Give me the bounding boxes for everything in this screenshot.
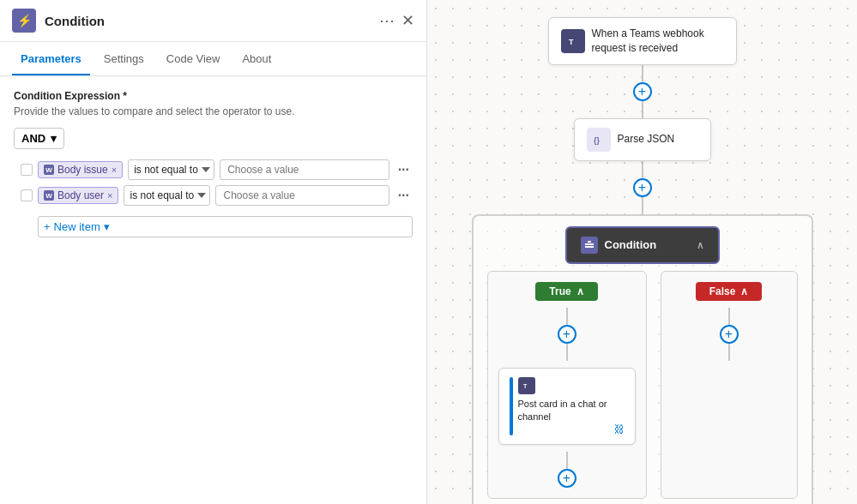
- false-connector-line-b: [728, 344, 730, 361]
- new-item-label: New item: [54, 220, 100, 233]
- flow-canvas: T When a Teams webhook request is receiv…: [427, 0, 857, 504]
- more-btn-1[interactable]: ···: [395, 160, 413, 179]
- chip-icon-1: W: [44, 165, 54, 175]
- true-branch-bottom-connector: +: [558, 452, 576, 488]
- tab-code-view[interactable]: Code View: [158, 42, 229, 75]
- false-branch-connector: +: [720, 308, 739, 361]
- post-card-node[interactable]: T Post card in a chat or channel ⛓: [498, 368, 636, 446]
- true-branch-connector: +: [558, 308, 576, 361]
- condition-row-1: W Body issue × is not equal to ···: [21, 159, 413, 180]
- and-chevron-icon: ▾: [51, 132, 57, 145]
- header-actions: ⋯ ✕: [379, 13, 414, 28]
- true-branch: True ∧ +: [487, 271, 647, 500]
- value-input-2[interactable]: [215, 185, 389, 206]
- svg-text:T: T: [569, 38, 574, 46]
- new-item-chevron-icon: ▾: [104, 220, 110, 233]
- action-node-text: Post card in a chat or channel: [518, 398, 625, 424]
- svg-rect-5: [588, 241, 591, 243]
- tag-chip-1: W Body issue ×: [38, 161, 123, 178]
- parse-json-text: Parse JSON: [618, 132, 675, 147]
- tag-chip-2: W Body user ×: [38, 187, 118, 204]
- add-step-2-button[interactable]: +: [633, 178, 652, 197]
- svg-rect-4: [585, 246, 594, 248]
- panel-header: ⚡ Condition ⋯ ✕: [0, 0, 426, 42]
- svg-rect-3: [585, 243, 594, 245]
- condition-node-text: Condition: [605, 238, 657, 251]
- left-panel: ⚡ Condition ⋯ ✕ Parameters Settings Code…: [0, 0, 427, 504]
- and-label: AND: [21, 132, 45, 145]
- teams-webhook-node[interactable]: T When a Teams webhook request is receiv…: [548, 17, 737, 65]
- connector-line-2: [642, 161, 643, 178]
- and-selector[interactable]: AND ▾: [14, 128, 64, 149]
- connector-line-1: [642, 65, 643, 82]
- new-item-button[interactable]: + New item ▾: [38, 216, 413, 237]
- chip-text-2: Body user: [57, 189, 104, 201]
- connector-2: +: [633, 161, 652, 214]
- field-desc: Provide the values to compare and select…: [14, 105, 413, 117]
- svg-text:T: T: [523, 383, 528, 389]
- condition-group: W Body issue × is not equal to ··· W Bod…: [21, 159, 413, 237]
- plus-icon: +: [44, 220, 51, 233]
- add-false-step-button[interactable]: +: [720, 325, 739, 344]
- close-icon[interactable]: ✕: [401, 13, 414, 28]
- condition-wrapper: Condition ∧ True ∧ +: [472, 214, 813, 504]
- true-bottom-line: [566, 452, 568, 469]
- chip-close-2[interactable]: ×: [107, 190, 112, 201]
- checkbox-1[interactable]: [21, 164, 33, 176]
- panel-title: Condition: [45, 14, 371, 28]
- more-btn-2[interactable]: ···: [395, 186, 413, 205]
- svg-text:{}: {}: [594, 136, 601, 145]
- chip-icon-2: W: [44, 190, 54, 201]
- tab-about[interactable]: About: [233, 42, 280, 75]
- panel-header-icon: ⚡: [12, 9, 36, 33]
- true-branch-label: True ∧: [535, 282, 597, 301]
- action-node-bar: [510, 377, 513, 436]
- tab-settings[interactable]: Settings: [95, 42, 153, 75]
- action-node-content: T Post card in a chat or channel ⛓: [518, 377, 625, 436]
- tab-parameters[interactable]: Parameters: [12, 42, 90, 75]
- teams-icon: T: [561, 29, 585, 53]
- false-branch-label: False ∧: [696, 282, 763, 301]
- teams-webhook-text: When a Teams webhook request is received: [592, 27, 724, 56]
- connector-1: +: [633, 65, 652, 118]
- true-chevron-icon: ∧: [576, 285, 584, 297]
- ellipsis-icon[interactable]: ⋯: [379, 13, 395, 28]
- true-connector-line: [566, 308, 568, 325]
- parse-json-node[interactable]: {} Parse JSON: [574, 118, 711, 161]
- true-connector-line-b: [566, 344, 568, 361]
- chip-text-1: Body issue: [57, 164, 108, 176]
- tabs: Parameters Settings Code View About: [0, 42, 426, 76]
- link-icon: ⛓: [518, 423, 625, 435]
- condition-row-2: W Body user × is not equal to ···: [21, 185, 413, 206]
- condition-node[interactable]: Condition ∧: [565, 226, 720, 264]
- chip-close-1[interactable]: ×: [112, 165, 117, 175]
- condition-chevron-icon[interactable]: ∧: [697, 239, 704, 251]
- operator-select-2[interactable]: is not equal to: [124, 185, 210, 206]
- connector-line-2b: [642, 197, 643, 214]
- add-true-bottom-button[interactable]: +: [558, 469, 576, 488]
- operator-select-1[interactable]: is not equal to: [128, 159, 214, 180]
- field-label: Condition Expression *: [14, 90, 413, 102]
- connector-line-1b: [642, 101, 643, 118]
- false-branch: False ∧ +: [661, 271, 798, 500]
- panel-body: Condition Expression * Provide the value…: [0, 76, 426, 504]
- parse-json-icon: {}: [587, 128, 611, 152]
- action-node-icon: T: [518, 377, 535, 394]
- false-connector-line: [728, 308, 730, 325]
- condition-branches: True ∧ +: [487, 271, 798, 500]
- add-step-1-button[interactable]: +: [633, 82, 652, 101]
- right-panel: T When a Teams webhook request is receiv…: [427, 0, 857, 504]
- value-input-1[interactable]: [220, 159, 389, 180]
- condition-node-icon: [581, 237, 598, 254]
- false-chevron-icon: ∧: [740, 285, 748, 297]
- checkbox-2[interactable]: [21, 189, 33, 201]
- add-true-step-button[interactable]: +: [558, 325, 576, 344]
